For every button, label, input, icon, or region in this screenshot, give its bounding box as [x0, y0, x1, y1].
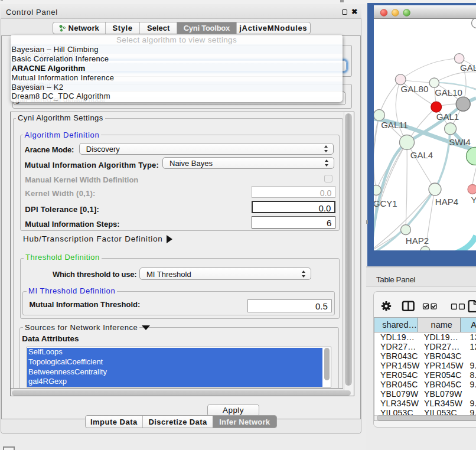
svg-text:GAL4: GAL4: [410, 150, 433, 160]
svg-text:GCY1: GCY1: [374, 198, 397, 208]
svg-text:GAL11: GAL11: [381, 120, 408, 130]
svg-text:SWI4: SWI4: [449, 137, 471, 147]
svg-text:Y: Y: [471, 195, 476, 205]
svg-text:HAP2: HAP2: [406, 236, 429, 246]
svg-text:GAL7: GAL7: [460, 63, 476, 73]
svg-text:GAL1: GAL1: [436, 112, 459, 122]
svg-text:GAL80: GAL80: [401, 84, 429, 94]
svg-text:GAL10: GAL10: [435, 87, 462, 97]
svg-text:HAP4: HAP4: [435, 197, 458, 207]
